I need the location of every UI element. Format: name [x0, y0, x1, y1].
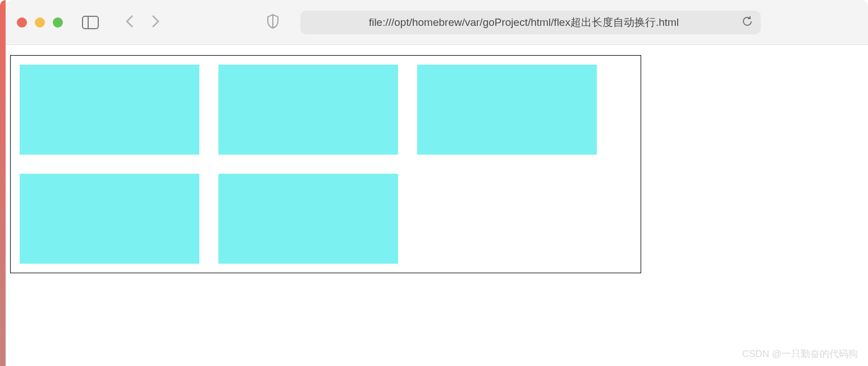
flex-item — [417, 65, 597, 155]
flex-item — [218, 174, 398, 264]
sidebar-toggle-button[interactable] — [82, 16, 99, 29]
flex-item — [20, 65, 199, 155]
flex-item — [218, 65, 398, 155]
back-button[interactable] — [125, 15, 135, 30]
watermark-text: CSDN @一只勤奋的代码狗 — [742, 347, 858, 360]
svg-rect-0 — [83, 16, 98, 29]
page-viewport — [0, 45, 868, 273]
reload-button[interactable] — [742, 16, 753, 29]
flex-item — [20, 174, 199, 264]
close-window-button[interactable] — [17, 17, 27, 28]
browser-toolbar: file:///opt/homebrew/var/goProject/html/… — [6, 0, 868, 45]
url-text: file:///opt/homebrew/var/goProject/html/… — [369, 15, 679, 30]
maximize-window-button[interactable] — [53, 17, 63, 28]
window-controls — [17, 17, 63, 28]
minimize-window-button[interactable] — [35, 17, 45, 28]
privacy-shield-button[interactable] — [267, 14, 279, 31]
chevron-left-icon — [125, 15, 135, 28]
sidebar-icon — [82, 16, 99, 29]
shield-icon — [267, 14, 279, 29]
reload-icon — [742, 16, 753, 27]
flex-container — [10, 55, 641, 273]
forward-button[interactable] — [150, 15, 161, 30]
address-bar[interactable]: file:///opt/homebrew/var/goProject/html/… — [300, 11, 761, 34]
chevron-right-icon — [150, 15, 161, 28]
navigation-arrows — [125, 15, 161, 30]
